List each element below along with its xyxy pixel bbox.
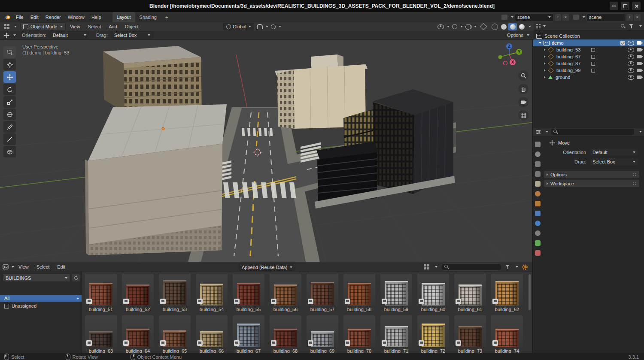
- asset-item[interactable]: building_55: [233, 274, 264, 312]
- chevron-down-icon[interactable]: [546, 131, 548, 133]
- asset-item[interactable]: building_68: [270, 315, 301, 354]
- tool-add-cube[interactable]: [3, 146, 16, 157]
- camera-view-button[interactable]: [518, 97, 529, 107]
- asset-item[interactable]: building_52: [122, 274, 154, 312]
- shading-rendered-button[interactable]: [517, 23, 526, 30]
- render-camera-icon[interactable]: [637, 76, 641, 79]
- tool-move[interactable]: [3, 71, 16, 83]
- asset-item[interactable]: building_65: [159, 315, 191, 354]
- disclosure-right-icon[interactable]: [544, 55, 546, 58]
- render-camera-icon[interactable]: [637, 41, 641, 45]
- workspace-tab-shading[interactable]: Shading: [135, 12, 161, 22]
- add-workspace-button[interactable]: +: [161, 12, 172, 22]
- asset-item[interactable]: building_69: [307, 315, 338, 354]
- shading-wireframe-button[interactable]: [490, 23, 499, 30]
- workspace-tab-layout[interactable]: Layout: [112, 12, 135, 22]
- viewport-menu-select[interactable]: Select: [85, 22, 105, 31]
- asset-item[interactable]: building_66: [196, 315, 228, 354]
- menu-file[interactable]: File: [12, 13, 27, 21]
- outliner-row-demo[interactable]: demo: [533, 39, 644, 46]
- options-dropdown[interactable]: Options: [507, 33, 534, 38]
- disclosure-right-icon[interactable]: [544, 62, 546, 65]
- viewlayer-icon[interactable]: [573, 15, 579, 20]
- asset-library-dropdown[interactable]: BUILDINGS: [3, 274, 70, 282]
- outliner-row-object[interactable]: building_67: [533, 53, 644, 60]
- hide-eye-icon[interactable]: [628, 61, 634, 66]
- menu-render[interactable]: Render: [42, 13, 64, 21]
- mode-dropdown[interactable]: Object Mode: [20, 22, 66, 31]
- tool-scale[interactable]: [3, 96, 16, 108]
- asset-menu-select[interactable]: Select: [33, 263, 53, 271]
- minimize-button[interactable]: [610, 2, 618, 10]
- menu-help[interactable]: Help: [88, 13, 105, 21]
- editor-type-button[interactable]: [3, 23, 11, 30]
- tool-transform[interactable]: [3, 109, 16, 120]
- tool-measure[interactable]: [3, 133, 16, 145]
- transform-orientation-dropdown[interactable]: Global: [223, 23, 254, 30]
- navigation-gizmo[interactable]: Z Y X: [496, 42, 524, 68]
- catalog-unassigned[interactable]: Unassigned: [0, 303, 82, 309]
- asset-item[interactable]: building_61: [454, 274, 486, 312]
- outliner-row-scene-collection[interactable]: Scene Collection: [533, 33, 644, 39]
- asset-item[interactable]: building_63: [85, 315, 117, 354]
- gizmo-neg-x-ball[interactable]: [504, 61, 507, 65]
- properties-tab-physics-icon[interactable]: [535, 221, 541, 226]
- active-tool-button[interactable]: [3, 32, 10, 39]
- asset-item[interactable]: building_56: [270, 274, 301, 312]
- snap-control[interactable]: [257, 24, 268, 29]
- asset-filter-icon[interactable]: [505, 265, 510, 269]
- gizmo-neg-y-ball[interactable]: [498, 55, 502, 59]
- chevron-down-icon[interactable]: [511, 16, 513, 18]
- tool-rotate[interactable]: [3, 84, 16, 95]
- properties-tab-data-icon[interactable]: [535, 240, 541, 246]
- ortho-toggle-button[interactable]: [518, 110, 529, 121]
- hide-eye-icon[interactable]: [628, 54, 634, 59]
- properties-editor-icon[interactable]: [535, 130, 541, 134]
- disclosure-right-icon[interactable]: [544, 76, 546, 79]
- chevron-down-icon[interactable]: [12, 266, 14, 268]
- pan-button[interactable]: [518, 84, 529, 94]
- outliner-search-icon[interactable]: [620, 24, 626, 29]
- menu-window[interactable]: Window: [64, 13, 88, 21]
- properties-tab-render-icon[interactable]: [535, 151, 541, 157]
- render-camera-icon[interactable]: [637, 69, 641, 72]
- maximize-button[interactable]: [621, 2, 629, 10]
- visibility-control[interactable]: [437, 24, 450, 29]
- collection-checkbox[interactable]: [620, 41, 625, 45]
- asset-item[interactable]: building_73: [454, 315, 486, 354]
- asset-item[interactable]: building_71: [380, 315, 412, 354]
- chevron-down-icon[interactable]: [543, 25, 546, 27]
- tool-cursor[interactable]: [3, 59, 16, 70]
- asset-browser-editor-icon[interactable]: [3, 264, 9, 269]
- asset-item[interactable]: building_62: [491, 274, 523, 312]
- disclosure-down-icon[interactable]: [539, 42, 541, 44]
- proportional-editing-control[interactable]: [271, 24, 281, 29]
- properties-tab-output-icon[interactable]: [535, 161, 541, 167]
- orientation-setting-dropdown[interactable]: Default: [50, 31, 89, 39]
- viewlayer-name-field[interactable]: scene: [586, 13, 625, 21]
- asset-search-field[interactable]: [441, 263, 502, 271]
- viewport-menu-view[interactable]: View: [67, 22, 84, 31]
- asset-item[interactable]: building_64: [122, 315, 154, 354]
- chevron-down-icon[interactable]: [14, 26, 17, 27]
- asset-item[interactable]: building_74: [491, 315, 523, 354]
- unlink-scene-button[interactable]: ×: [562, 14, 569, 21]
- overlays-control[interactable]: [465, 24, 477, 30]
- xray-toggle[interactable]: [479, 23, 488, 30]
- properties-tab-scene-icon[interactable]: [535, 181, 541, 187]
- outliner-filter-icon[interactable]: [629, 24, 634, 28]
- chevron-down-icon[interactable]: [516, 266, 518, 268]
- catalog-all[interactable]: All +: [0, 295, 82, 302]
- viewport-menu-add[interactable]: Add: [105, 22, 121, 31]
- hide-eye-icon[interactable]: [628, 41, 634, 45]
- asset-menu-edit[interactable]: Edit: [54, 263, 69, 271]
- chevron-down-icon[interactable]: [639, 131, 642, 133]
- remove-viewlayer-button[interactable]: ×: [634, 14, 641, 21]
- asset-item[interactable]: building_70: [343, 315, 375, 354]
- asset-menu-view[interactable]: View: [15, 263, 32, 271]
- new-scene-button[interactable]: +: [555, 14, 561, 21]
- blender-logo-icon[interactable]: [3, 15, 11, 20]
- refresh-library-button[interactable]: [72, 274, 80, 281]
- properties-tab-constraints-icon[interactable]: [535, 230, 541, 236]
- properties-tab-material-icon[interactable]: [535, 250, 541, 256]
